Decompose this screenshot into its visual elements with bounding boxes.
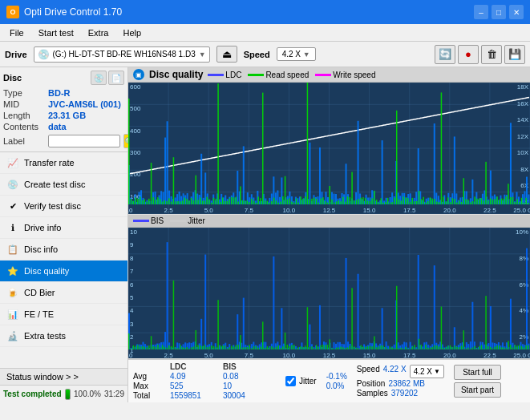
bottom-legend-bar: BIS Jitter bbox=[128, 215, 530, 228]
stats-max-label: Max bbox=[133, 382, 165, 390]
speed-dropdown[interactable]: 4.2 X ▼ bbox=[410, 365, 444, 378]
disc-quality-icon: ⭐ bbox=[6, 265, 19, 277]
eject-button[interactable]: ⏏ bbox=[216, 46, 237, 63]
stats-max-ldc: 525 bbox=[170, 382, 218, 390]
legend-ldc-label: LDC bbox=[225, 71, 241, 79]
app-icon: O bbox=[6, 6, 19, 18]
length-label: Length bbox=[3, 111, 45, 120]
disc-icon-btn-2[interactable]: 📄 bbox=[108, 71, 124, 85]
start-buttons: Start full Start part bbox=[454, 365, 501, 398]
disc-header: Disc 💿 📄 bbox=[3, 71, 124, 85]
status-window-label: Status window > > bbox=[6, 372, 79, 382]
menu-help[interactable]: Help bbox=[116, 26, 148, 39]
jitter-label: Jitter bbox=[299, 377, 317, 386]
speed-select-drive[interactable]: 4.2 X ▼ bbox=[277, 47, 316, 61]
disc-label-label: Label bbox=[3, 136, 45, 146]
close-button[interactable]: ✕ bbox=[509, 5, 524, 19]
menu-bar: File Start test Extra Help bbox=[0, 24, 530, 42]
legend-write-speed-color bbox=[315, 74, 331, 76]
sidebar-item-disc-info[interactable]: 📋 Disc info bbox=[0, 239, 127, 260]
maximize-button[interactable]: □ bbox=[492, 5, 506, 19]
bottom-chart-canvas bbox=[128, 228, 530, 359]
legend-read-speed-label: Read speed bbox=[265, 71, 309, 79]
sidebar-item-create-test-disc[interactable]: 💿 Create test disc bbox=[0, 174, 127, 196]
disc-icons: 💿 📄 bbox=[91, 71, 124, 85]
contents-value: data bbox=[48, 122, 67, 131]
samples-label: Samples bbox=[357, 389, 388, 398]
stats-col-bis: BIS bbox=[223, 362, 271, 371]
main-content: Disc 💿 📄 Type BD-R MID JVC-AMS6L (001) L… bbox=[0, 67, 530, 402]
charts-container: BIS Jitter bbox=[128, 83, 530, 359]
disc-icon-btn-1[interactable]: 💿 bbox=[91, 71, 107, 85]
jitter-checkbox[interactable] bbox=[285, 376, 296, 386]
stats-avg-bis: 0.08 bbox=[223, 372, 271, 381]
legend-read-speed: Read speed bbox=[248, 71, 309, 79]
status-text: Test completed bbox=[3, 390, 62, 398]
menu-file[interactable]: File bbox=[3, 26, 30, 39]
sidebar-item-extra-tests[interactable]: 🔬 Extra tests bbox=[0, 325, 127, 347]
progress-time: 31:29 bbox=[104, 390, 124, 398]
nav-label-disc-quality: Disc quality bbox=[24, 266, 69, 276]
status-window-bar[interactable]: Status window > > bbox=[0, 368, 127, 385]
stats-avg-ldc: 4.09 bbox=[170, 372, 218, 381]
save-button[interactable]: 💾 bbox=[504, 45, 525, 64]
legend-jitter-label: Jitter bbox=[188, 216, 205, 225]
drive-bar: Drive 💿 (G:) HL-DT-ST BD-RE WH16NS48 1.D… bbox=[0, 42, 530, 67]
drive-dropdown-arrow: ▼ bbox=[199, 50, 206, 59]
label-row: Label 🔍 bbox=[3, 134, 124, 148]
speed-label-stat: Speed bbox=[357, 365, 380, 378]
jitter-stats: -0.1% 0.0% bbox=[326, 372, 347, 390]
menu-start-test[interactable]: Start test bbox=[32, 26, 80, 39]
disc-title: Disc bbox=[3, 73, 22, 83]
sidebar-item-drive-info[interactable]: ℹ Drive info bbox=[0, 217, 127, 239]
progress-bar-inner bbox=[66, 390, 70, 399]
chart-legend: LDC Read speed Write speed bbox=[208, 71, 375, 79]
type-label: Type bbox=[3, 88, 45, 98]
legend-jitter-color bbox=[170, 220, 186, 222]
legend-bis-color bbox=[133, 220, 149, 222]
sidebar-item-transfer-rate[interactable]: 📈 Transfer rate bbox=[0, 152, 127, 174]
samples-row: Samples 379202 bbox=[357, 389, 444, 398]
disc-length-row: Length 23.31 GB bbox=[3, 111, 124, 120]
samples-val: 379202 bbox=[391, 389, 418, 398]
sidebar-item-disc-quality[interactable]: ⭐ Disc quality bbox=[0, 260, 127, 282]
app-title: Opti Drive Control 1.70 bbox=[24, 6, 122, 18]
title-bar-left: O Opti Drive Control 1.70 bbox=[6, 6, 122, 18]
disc-contents-row: Contents data bbox=[3, 122, 124, 131]
progress-area: Test completed 100.0% 31:29 bbox=[0, 385, 127, 402]
color-button[interactable]: ● bbox=[458, 45, 479, 64]
type-value: BD-R bbox=[48, 88, 71, 98]
stats-total-ldc: 1559851 bbox=[170, 391, 218, 400]
chart-top bbox=[128, 83, 530, 215]
progress-bar-outer bbox=[65, 389, 71, 400]
chart-header: ▣ Disc quality LDC Read speed Write spee… bbox=[128, 67, 530, 83]
position-row: Position 23862 MB bbox=[357, 379, 444, 388]
drive-select[interactable]: 💿 (G:) HL-DT-ST BD-RE WH16NS48 1.D3 ▼ bbox=[34, 46, 210, 63]
minimize-button[interactable]: – bbox=[474, 5, 488, 19]
cd-bier-icon: 🍺 bbox=[6, 286, 19, 299]
speed-dropdown-val: 4.2 X bbox=[414, 367, 432, 376]
nav-label-extra-tests: Extra tests bbox=[24, 331, 66, 341]
speed-val-stat: 4.22 X bbox=[383, 365, 407, 378]
menu-extra[interactable]: Extra bbox=[82, 26, 115, 39]
start-full-button[interactable]: Start full bbox=[454, 365, 501, 380]
sidebar-item-fe-te[interactable]: 📊 FE / TE bbox=[0, 304, 127, 325]
start-part-button[interactable]: Start part bbox=[454, 382, 501, 398]
refresh-button[interactable]: 🔄 bbox=[435, 45, 455, 64]
speed-label: Speed bbox=[244, 50, 270, 59]
nav-items: 📈 Transfer rate 💿 Create test disc ✔ Ver… bbox=[0, 152, 127, 368]
drive-info-icon: ℹ bbox=[6, 221, 19, 234]
legend-ldc: LDC bbox=[208, 71, 241, 79]
label-input[interactable] bbox=[48, 135, 120, 147]
erase-button[interactable]: 🗑 bbox=[481, 45, 502, 64]
sidebar-item-cd-bier[interactable]: 🍺 CD Bier bbox=[0, 282, 127, 304]
top-chart-canvas bbox=[128, 83, 530, 214]
stats-table: LDC BIS Avg 4.09 0.08 Max 525 10 Total 1… bbox=[133, 362, 276, 400]
nav-label-cd-bier: CD Bier bbox=[24, 288, 55, 297]
nav-label-disc-info: Disc info bbox=[24, 244, 58, 254]
sidebar-item-verify-test-disc[interactable]: ✔ Verify test disc bbox=[0, 196, 127, 217]
chart-header-icon: ▣ bbox=[133, 69, 144, 80]
disc-section: Disc 💿 📄 Type BD-R MID JVC-AMS6L (001) L… bbox=[0, 67, 127, 152]
extra-tests-icon: 🔬 bbox=[6, 329, 19, 342]
contents-label: Contents bbox=[3, 122, 45, 131]
